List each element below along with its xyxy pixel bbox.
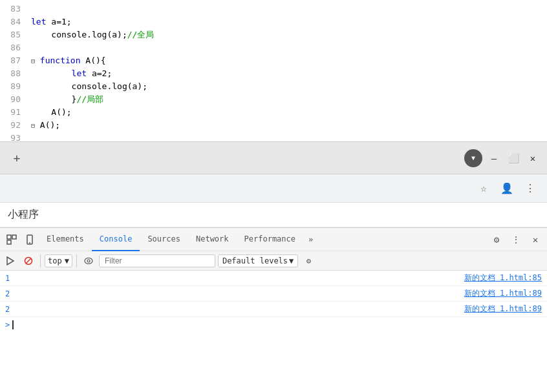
- console-link[interactable]: 新的文档 1.html:89: [464, 288, 542, 299]
- line-num: 89: [5, 80, 21, 93]
- line-num: 88: [5, 67, 21, 80]
- console-input-row: >: [0, 317, 547, 333]
- console-row: 2 新的文档 1.html:89: [0, 302, 547, 317]
- tab-sources[interactable]: Sources: [140, 228, 188, 251]
- inspect-icon: [6, 234, 17, 245]
- code-line: }//局部: [31, 93, 542, 106]
- code-line: console.log(a);//全局: [31, 28, 542, 41]
- code-line: [31, 132, 542, 142]
- code-line: ⊟ function A(){: [31, 54, 542, 67]
- restore-button[interactable]: ⬜: [507, 152, 520, 165]
- block-icon: [24, 256, 33, 265]
- console-value: 1: [5, 274, 25, 283]
- console-play-button[interactable]: [3, 253, 18, 269]
- line-num: 87: [5, 54, 21, 67]
- code-line: [31, 41, 542, 54]
- bookmark-button[interactable]: ☆: [475, 180, 493, 198]
- line-num: 86: [5, 41, 21, 54]
- devtools-toolbar: Elements Console Sources Network Perform…: [0, 228, 547, 251]
- svg-point-9: [87, 260, 90, 262]
- svg-line-7: [26, 258, 31, 263]
- tab-console-label: Console: [100, 234, 133, 243]
- console-value: 2: [5, 305, 25, 314]
- line-num: 90: [5, 93, 21, 106]
- code-line: let a=2;: [31, 67, 542, 80]
- line-num: 84: [5, 15, 21, 28]
- console-cursor: [12, 320, 14, 329]
- new-tab-button[interactable]: +: [8, 149, 26, 167]
- code-line: ⊟ A();: [31, 119, 542, 132]
- console-filter-input[interactable]: [99, 254, 215, 267]
- close-button[interactable]: ✕: [526, 152, 539, 165]
- dropdown-icon: ▼: [471, 154, 475, 161]
- svg-rect-0: [7, 235, 11, 239]
- eye-icon: [84, 258, 93, 264]
- window-controls: — ⬜ ✕: [488, 152, 539, 165]
- console-row: 2 新的文档 1.html:89: [0, 286, 547, 302]
- svg-marker-5: [7, 257, 14, 265]
- profile-button[interactable]: 👤: [498, 180, 516, 198]
- line-num: 85: [5, 28, 21, 41]
- context-arrow-icon: ▼: [65, 256, 69, 265]
- devtools-tabs: Elements Console Sources Network Perform…: [39, 228, 488, 251]
- browser-tab-bar: + ▼ — ⬜ ✕: [0, 142, 547, 174]
- svg-point-8: [85, 258, 92, 263]
- devtools-panel: Elements Console Sources Network Perform…: [0, 227, 547, 392]
- devtools-more-button[interactable]: ⋮: [507, 231, 525, 249]
- inspect-element-button[interactable]: [3, 231, 21, 249]
- console-eye-button[interactable]: [81, 253, 96, 269]
- browser-nav-bar: ☆ 👤 ⋮: [0, 174, 547, 203]
- line-num: 92: [5, 119, 21, 132]
- tab-elements-label: Elements: [47, 234, 84, 243]
- line-num: 83: [5, 3, 21, 15]
- page-title: 小程序: [8, 208, 39, 222]
- code-line: A();: [31, 106, 542, 119]
- levels-arrow-icon: ▼: [289, 256, 294, 265]
- page-content: 小程序: [0, 203, 547, 227]
- console-toolbar: top ▼ Default levels ▼ ⚙: [0, 251, 547, 271]
- svg-rect-1: [12, 235, 16, 239]
- code-line: [31, 3, 542, 15]
- console-link[interactable]: 新的文档 1.html:89: [464, 304, 542, 315]
- separator: [40, 254, 41, 267]
- tab-performance-label: Performance: [244, 234, 295, 243]
- line-numbers: 83 84 85 86 87 88 89 90 91 92 93: [0, 0, 26, 141]
- code-editor: 83 84 85 86 87 88 89 90 91 92 93 let a=1…: [0, 0, 547, 142]
- tab-overflow-button[interactable]: »: [303, 228, 318, 251]
- tab-network-label: Network: [196, 234, 229, 243]
- device-emulation-button[interactable]: [21, 231, 39, 249]
- devtools-right-icons: ⚙ ⋮ ✕: [488, 231, 544, 249]
- console-value: 2: [5, 289, 25, 298]
- default-levels-selector[interactable]: Default levels ▼: [218, 254, 298, 267]
- play-icon: [6, 256, 15, 265]
- svg-rect-2: [7, 240, 11, 244]
- minimize-button[interactable]: —: [488, 152, 500, 165]
- code-content: let a=1; console.log(a);//全局 ⊟ function …: [26, 0, 547, 141]
- tab-network[interactable]: Network: [188, 228, 237, 251]
- code-line: let a=1;: [31, 15, 542, 28]
- line-num: 93: [5, 132, 21, 142]
- line-num: 91: [5, 106, 21, 119]
- console-block-button[interactable]: [21, 253, 36, 269]
- tab-elements[interactable]: Elements: [39, 228, 92, 251]
- tab-sources-label: Sources: [147, 234, 180, 243]
- tab-console[interactable]: Console: [92, 228, 140, 251]
- console-output: 1 新的文档 1.html:85 2 新的文档 1.html:89 2 新的文档…: [0, 271, 547, 392]
- console-settings-button[interactable]: ⚙: [301, 253, 316, 269]
- context-label: top: [48, 256, 62, 265]
- code-line: console.log(a);: [31, 80, 542, 93]
- tab-performance[interactable]: Performance: [237, 228, 303, 251]
- separator2: [76, 254, 77, 267]
- console-prompt: >: [5, 320, 10, 329]
- devtools-settings-button[interactable]: ⚙: [488, 231, 506, 249]
- devtools-close-button[interactable]: ✕: [526, 231, 544, 249]
- console-row: 1 新的文档 1.html:85: [0, 271, 547, 286]
- context-selector[interactable]: top ▼: [45, 254, 72, 267]
- console-link[interactable]: 新的文档 1.html:85: [464, 273, 542, 284]
- default-levels-label: Default levels: [222, 256, 288, 265]
- tab-dropdown-button[interactable]: ▼: [464, 149, 482, 167]
- menu-button[interactable]: ⋮: [521, 180, 539, 198]
- device-icon: [25, 234, 35, 245]
